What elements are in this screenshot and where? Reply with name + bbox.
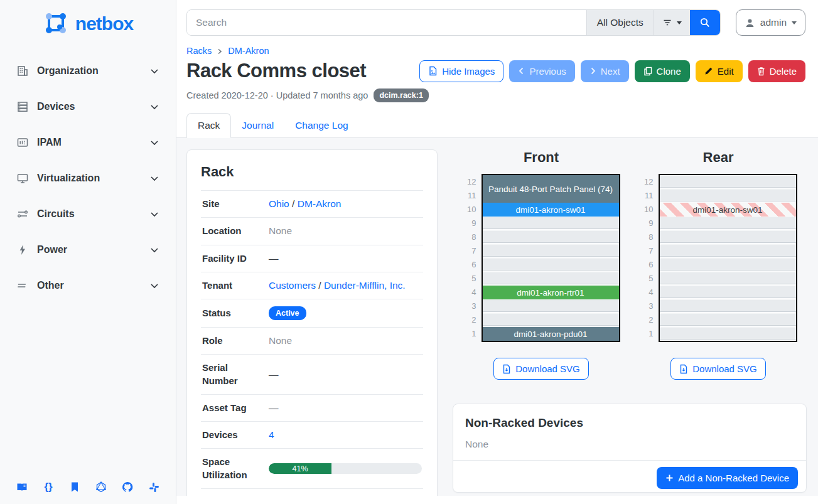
sidebar-item-label: Organization [37,65,99,77]
caret-down-icon [677,21,682,24]
empty-unit[interactable] [483,230,619,244]
sidebar: netbox Organization Devices IPAM Virtual… [0,0,176,504]
empty-unit[interactable] [660,244,796,258]
breadcrumb-link-racks[interactable]: Racks [186,46,212,56]
sidebar-item-power[interactable]: Power [11,239,164,260]
empty-unit[interactable] [660,258,796,272]
empty-unit[interactable] [660,217,796,230]
front-unit-numbers: 1211 109 87 65 43 21 [463,174,476,342]
tab-change-log[interactable]: Change Log [284,114,358,137]
top-bar: All Objects admin [176,0,818,36]
sidebar-item-organization[interactable]: Organization [11,60,164,82]
tab-journal[interactable]: Journal [231,114,284,137]
rack-device[interactable]: Panduit 48-Port Patch Panel (74) [483,175,619,203]
sidebar-item-label: Other [37,280,64,291]
created-updated-text: Created 2020-12-20 · Updated 7 months ag… [186,90,368,100]
image-file-icon [428,66,438,76]
rest-api-braces-icon[interactable]: {} [41,480,55,494]
empty-unit[interactable] [660,286,796,299]
download-svg-rear-button[interactable]: Download SVG [670,358,766,380]
location-value: None [264,225,422,237]
empty-unit[interactable] [483,244,619,258]
sidebar-item-circuits[interactable]: Circuits [11,203,164,225]
empty-unit[interactable] [660,327,796,341]
devices-count-link[interactable]: 4 [269,429,274,440]
clone-button[interactable]: Clone [635,60,690,82]
add-non-racked-device-button[interactable]: Add a Non-Racked Device [657,467,798,489]
graphql-icon[interactable] [94,480,108,494]
sidebar-item-devices[interactable]: Devices [11,96,164,117]
slack-icon[interactable] [147,480,161,494]
user-name: admin [760,17,787,28]
table-row-devices: Devices 4 [201,422,423,449]
site-region-link[interactable]: Ohio [269,198,289,209]
next-button[interactable]: Next [581,60,629,82]
sidebar-menu: Organization Devices IPAM Virtualization… [0,44,176,311]
tab-content: Rack Site Ohio / DM-Akron Location None [176,138,818,496]
docs-book-icon[interactable] [15,480,29,494]
bookmark-icon[interactable] [68,480,82,494]
tenant-link[interactable]: Dunder-Mifflin, Inc. [324,280,406,291]
asset-tag-value: — [264,402,422,414]
empty-unit[interactable] [660,230,796,244]
sidebar-footer: {} [0,480,176,504]
rack-device[interactable]: dmi01-akron-pdu01 [483,327,619,341]
empty-unit[interactable] [483,258,619,272]
rack-device-rear[interactable]: dmi01-akron-sw01 [660,203,796,217]
tab-rack[interactable]: Rack [186,113,231,138]
user-menu-button[interactable]: admin [736,9,805,36]
delete-button[interactable]: Delete [748,60,805,82]
empty-unit[interactable] [660,313,796,327]
empty-unit[interactable] [483,299,619,313]
search-filter-button[interactable] [654,10,690,35]
plus-icon [665,474,674,482]
chevron-down-icon [149,137,159,147]
non-racked-footer: Add a Non-Racked Device [453,460,806,495]
title-row: Rack Comms closet Hide Images Previous N… [176,56,818,82]
download-svg-front-button[interactable]: Download SVG [493,358,589,380]
rack-attributes-table: Site Ohio / DM-Akron Location None Facil… [201,190,423,496]
empty-unit[interactable] [483,313,619,327]
rack-device[interactable]: dmi01-akron-rtr01 [483,286,619,299]
server-icon [16,100,29,113]
netbox-logo[interactable]: netbox [0,0,176,44]
empty-unit[interactable] [660,299,796,313]
hide-images-button[interactable]: Hide Images [419,60,503,82]
sidebar-item-ipam[interactable]: IPAM [11,132,164,153]
monitor-icon [16,172,29,185]
search-scope-selector[interactable]: All Objects [586,10,654,35]
file-download-icon [502,364,511,374]
empty-unit[interactable] [660,189,796,203]
site-link[interactable]: DM-Akron [298,198,342,209]
building-icon [16,65,29,77]
empty-unit[interactable] [483,272,619,286]
sidebar-item-other[interactable]: Other [11,275,164,296]
object-id-badge: dcim.rack:1 [374,88,428,102]
rack-device[interactable]: dmi01-akron-sw01 [483,203,619,217]
netbox-logo-icon [43,10,70,38]
empty-unit[interactable] [660,272,796,286]
table-row-site: Site Ohio / DM-Akron [201,191,423,218]
breadcrumb-link-site[interactable]: DM-Akron [228,46,269,56]
space-utilization-bar: 41% [269,463,422,474]
previous-button[interactable]: Previous [509,60,574,82]
search-submit-button[interactable] [690,10,720,35]
tab-bar: Rack Journal Change Log [176,113,818,138]
global-search: All Objects [186,9,721,36]
person-icon [745,18,755,28]
github-icon[interactable] [121,480,134,494]
trash-icon [757,67,765,76]
empty-unit[interactable] [483,217,619,230]
empty-unit[interactable] [660,175,796,189]
object-meta: Created 2020-12-20 · Updated 7 months ag… [176,82,818,102]
search-input[interactable] [187,10,586,35]
facility-id-value: — [264,253,422,264]
copy-icon [643,67,652,76]
tenant-group-link[interactable]: Customers [269,280,316,291]
table-row-status: Status Active [201,299,423,328]
sidebar-item-virtualization[interactable]: Virtualization [11,168,164,189]
edit-button[interactable]: Edit [696,60,743,82]
sidebar-item-label: Devices [37,101,75,112]
object-actions: Hide Images Previous Next Clone Edit Del… [419,60,805,82]
table-row-space-utilization: Space Utilization 41% [201,449,423,489]
